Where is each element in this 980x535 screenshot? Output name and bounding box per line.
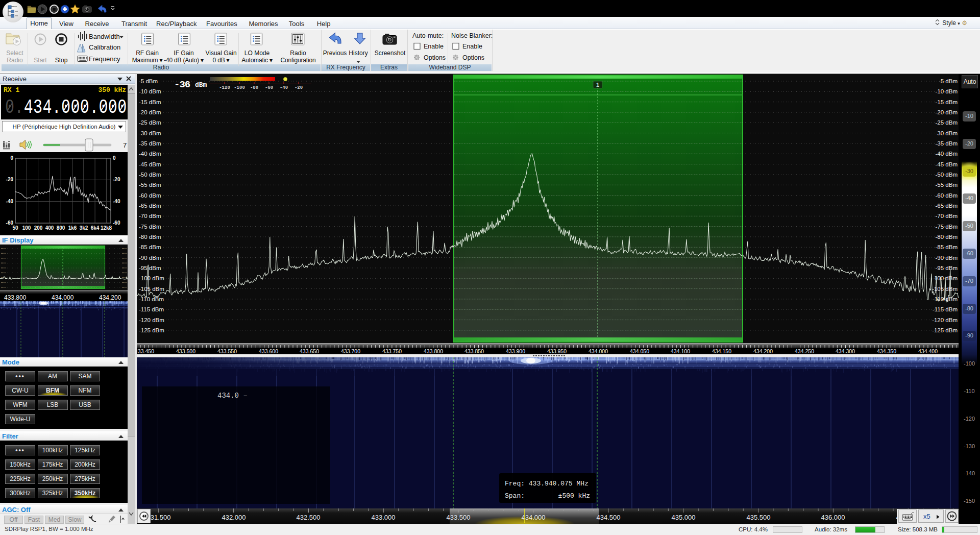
svg-text:-120 dBm: -120 dBm (139, 317, 164, 323)
svg-text:-80 dBm: -80 dBm (936, 234, 958, 240)
svg-text:0.: 0. (5, 96, 24, 118)
svg-text:-15 dBm: -15 dBm (139, 99, 161, 105)
svg-text:-60: -60 (113, 220, 120, 226)
svg-text:-75 dBm: -75 dBm (936, 224, 958, 230)
svg-text:3k2: 3k2 (80, 225, 88, 231)
svg-text:-125 dBm: -125 dBm (139, 327, 164, 333)
svg-text:-45 dBm: -45 dBm (936, 161, 958, 167)
svg-text:Start: Start (34, 57, 47, 64)
svg-text:-20: -20 (295, 85, 303, 90)
svg-text:LO Mode: LO Mode (244, 50, 270, 57)
svg-text:12k8: 12k8 (101, 225, 112, 231)
svg-text:-36: -36 (174, 79, 190, 90)
svg-text:-60 dBm: -60 dBm (936, 192, 958, 199)
svg-text:-105 dBm: -105 dBm (139, 286, 164, 292)
svg-text:-80 dBm: -80 dBm (139, 234, 161, 240)
svg-text:Auto-mute:: Auto-mute: (412, 32, 444, 39)
svg-text:200: 200 (34, 225, 43, 231)
svg-text:-100 dBm: -100 dBm (139, 275, 164, 281)
svg-text:435.500: 435.500 (747, 514, 771, 521)
svg-text:434.0 –: 434.0 – (217, 392, 248, 400)
svg-text:History: History (349, 50, 368, 57)
svg-text:7: 7 (123, 141, 127, 149)
svg-text:436.000: 436.000 (821, 514, 845, 521)
svg-text:432.000: 432.000 (222, 514, 246, 521)
svg-text:0: 0 (113, 155, 116, 161)
svg-text:Screenshot: Screenshot (375, 50, 406, 57)
svg-text:100: 100 (22, 225, 31, 231)
svg-text:-95 dBm: -95 dBm (936, 265, 958, 271)
svg-text:Calibration: Calibration (89, 43, 120, 51)
svg-text:400: 400 (45, 225, 54, 231)
svg-text:-50 dBm: -50 dBm (936, 172, 958, 178)
svg-text:-55 dBm: -55 dBm (936, 182, 958, 188)
svg-text:Span:: Span: (505, 492, 525, 500)
svg-text:-85 dBm: -85 dBm (936, 244, 958, 250)
svg-text:-35 dBm: -35 dBm (139, 140, 161, 147)
svg-text:-40: -40 (280, 85, 288, 90)
svg-text:dBm: dBm (195, 81, 207, 89)
svg-text:-20 dBm: -20 dBm (936, 109, 958, 115)
svg-text:-45 dBm: -45 dBm (139, 161, 161, 167)
svg-text:-75 dBm: -75 dBm (139, 224, 161, 230)
svg-text:-10 dBm: -10 dBm (936, 88, 958, 94)
svg-text:Visual Gain: Visual Gain (205, 50, 236, 57)
svg-text:432.500: 432.500 (297, 514, 321, 521)
svg-text:Automatic ▾: Automatic ▾ (241, 57, 273, 64)
svg-text:-65 dBm: -65 dBm (936, 203, 958, 209)
svg-text:-25 dBm: -25 dBm (936, 119, 958, 126)
svg-text:-40 dB (Auto) ▾: -40 dB (Auto) ▾ (164, 57, 204, 64)
svg-text:1: 1 (596, 82, 599, 88)
svg-text:Enable: Enable (462, 43, 482, 50)
svg-text:Options: Options (424, 54, 446, 61)
svg-text:Stop: Stop (55, 57, 68, 64)
svg-text:Maximum ▾: Maximum ▾ (132, 57, 163, 64)
svg-text:6k4: 6k4 (91, 225, 100, 231)
svg-text:-110 dBm: -110 dBm (933, 296, 958, 302)
svg-text:-20 dBm: -20 dBm (139, 109, 161, 115)
svg-text:-105 dBm: -105 dBm (932, 286, 958, 292)
svg-text:-95 dBm: -95 dBm (139, 265, 161, 271)
svg-text:-20: -20 (6, 177, 14, 182)
svg-text:0 dB ▾: 0 dB ▾ (213, 57, 230, 64)
svg-text:Previous: Previous (323, 50, 347, 57)
svg-text:-40: -40 (6, 199, 14, 204)
svg-text:-40 dBm: -40 dBm (936, 151, 958, 157)
svg-text:-40 dBm: -40 dBm (139, 151, 161, 157)
svg-text:Frequency: Frequency (89, 55, 120, 63)
svg-text:Select: Select (6, 50, 23, 57)
svg-text:800: 800 (57, 225, 65, 231)
svg-text:-30 dBm: -30 dBm (936, 130, 958, 136)
svg-text:-10 dBm: -10 dBm (139, 88, 161, 94)
svg-text:-70 dBm: -70 dBm (139, 213, 161, 219)
svg-text:433.000: 433.000 (372, 514, 396, 521)
svg-text:Noise Blanker:: Noise Blanker: (451, 32, 493, 39)
svg-text:-65 dBm: -65 dBm (139, 203, 161, 209)
svg-text:1k6: 1k6 (68, 225, 77, 231)
svg-text:-25 dBm: -25 dBm (139, 119, 161, 126)
svg-text:-20: -20 (113, 177, 120, 182)
svg-text:50: 50 (12, 225, 18, 231)
svg-text:-55 dBm: -55 dBm (139, 182, 161, 188)
svg-text:-60 dBm: -60 dBm (139, 192, 161, 199)
svg-text:Configuration: Configuration (281, 57, 316, 64)
svg-text:-5 dBm: -5 dBm (939, 78, 958, 84)
svg-text:-40: -40 (113, 199, 120, 204)
svg-text:Radio: Radio (7, 57, 23, 64)
svg-text:-100 dBm: -100 dBm (932, 275, 958, 281)
svg-text:Radio: Radio (290, 50, 306, 57)
svg-text:-60: -60 (265, 85, 273, 90)
svg-text:IF Gain: IF Gain (174, 50, 193, 57)
svg-text:433.500: 433.500 (447, 514, 471, 521)
svg-text:±500 kHz: ±500 kHz (558, 492, 590, 500)
svg-text:-80: -80 (250, 85, 258, 90)
svg-text:-90 dBm: -90 dBm (936, 255, 958, 261)
svg-text:-85 dBm: -85 dBm (139, 244, 161, 250)
svg-text:-115 dBm: -115 dBm (139, 306, 164, 312)
svg-text:Options: Options (462, 54, 484, 61)
svg-text:-125 dBm: -125 dBm (932, 327, 958, 333)
svg-text:-110 dBm: -110 dBm (139, 296, 164, 302)
svg-text:-70 dBm: -70 dBm (936, 213, 958, 219)
svg-text:Enable: Enable (424, 43, 444, 50)
svg-text:-5 dBm: -5 dBm (139, 78, 158, 84)
